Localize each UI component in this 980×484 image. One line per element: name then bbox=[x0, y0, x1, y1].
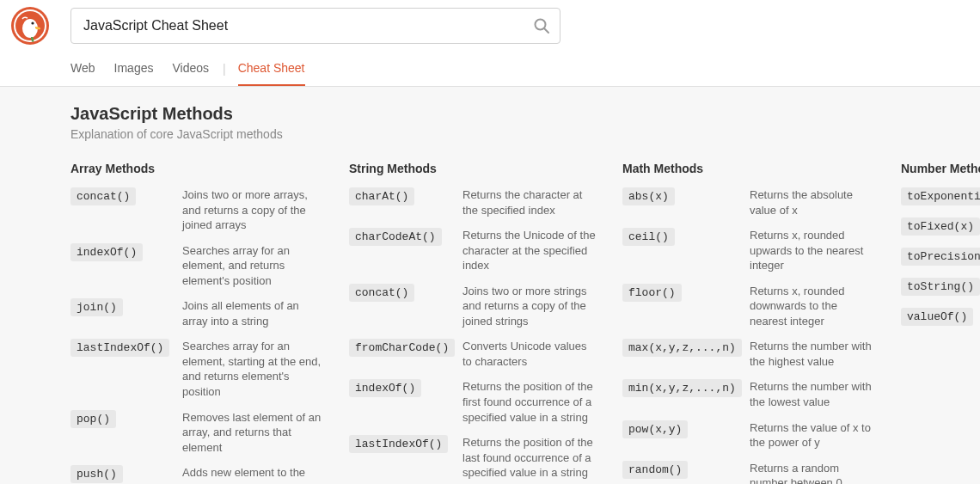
method-desc: Returns the number with the lowest value bbox=[750, 379, 877, 409]
method-row: indexOf()Searches array for an element, … bbox=[70, 243, 325, 289]
method-row: push()Adds new element to the end of an … bbox=[70, 465, 325, 484]
method-code: concat() bbox=[70, 187, 136, 205]
search-input[interactable] bbox=[70, 8, 560, 44]
method-code: push() bbox=[70, 465, 123, 483]
method-code: toString() bbox=[901, 278, 980, 296]
logo[interactable] bbox=[10, 6, 50, 46]
method-code: join() bbox=[70, 298, 123, 316]
method-code: pow(x,y) bbox=[622, 420, 688, 438]
method-code: lastIndexOf() bbox=[70, 339, 169, 357]
method-row: toExponential(x) bbox=[901, 187, 980, 207]
method-code: charAt() bbox=[349, 187, 414, 205]
method-row: abs(x)Returns the absolute value of x bbox=[622, 187, 877, 217]
method-desc: Returns the value of x to the power of y bbox=[750, 420, 877, 450]
column-1: String MethodscharAt()Returns the charac… bbox=[349, 162, 598, 484]
method-row: valueOf() bbox=[901, 308, 980, 328]
method-row: pow(x,y)Returns the value of x to the po… bbox=[622, 420, 877, 450]
tab-web[interactable]: Web bbox=[70, 52, 95, 86]
method-desc: Converts Unicode values to characters bbox=[462, 339, 598, 369]
method-desc: Returns x, rounded upwards to the neares… bbox=[750, 228, 877, 273]
method-row: charCodeAt()Returns the Unicode of the c… bbox=[349, 228, 598, 273]
header: Web Images Videos | Cheat Sheet bbox=[0, 0, 980, 87]
method-row: max(x,y,z,...,n)Returns the number with … bbox=[622, 339, 877, 369]
method-row: lastIndexOf()Returns the position of the… bbox=[349, 435, 598, 481]
method-row: pop()Removes last element of an array, a… bbox=[70, 410, 325, 456]
method-code: random() bbox=[622, 461, 688, 479]
method-code: fromCharCode() bbox=[349, 339, 455, 357]
method-row: random()Returns a random number between … bbox=[622, 461, 877, 484]
method-row: fromCharCode()Converts Unicode values to… bbox=[349, 339, 598, 369]
method-desc: Returns x, rounded downwards to the near… bbox=[750, 284, 877, 329]
method-code: concat() bbox=[349, 284, 414, 302]
method-row: lastIndexOf()Searches array for an eleme… bbox=[70, 339, 325, 399]
tab-cheat-sheet[interactable]: Cheat Sheet bbox=[238, 52, 305, 86]
method-code: indexOf() bbox=[349, 379, 421, 397]
method-code: floor() bbox=[622, 284, 682, 302]
method-code: toExponential(x) bbox=[901, 187, 980, 205]
tab-images[interactable]: Images bbox=[114, 52, 154, 86]
column-0: Array Methodsconcat()Joins two or more a… bbox=[70, 162, 325, 484]
method-code: lastIndexOf() bbox=[349, 435, 448, 453]
method-code: toFixed(x) bbox=[901, 217, 980, 236]
header-top bbox=[0, 0, 980, 46]
method-row: toPrecision(x) bbox=[901, 248, 980, 267]
search-icon bbox=[533, 17, 550, 34]
tab-separator: | bbox=[223, 62, 226, 77]
method-code: abs(x) bbox=[622, 187, 675, 205]
tab-videos[interactable]: Videos bbox=[172, 52, 209, 86]
method-desc: Returns the position of the last found o… bbox=[462, 435, 598, 481]
method-row: concat()Joins two or more strings and re… bbox=[349, 284, 598, 329]
method-desc: Searches array for an element, starting … bbox=[182, 339, 325, 399]
search-button[interactable] bbox=[524, 9, 559, 42]
svg-point-4 bbox=[31, 21, 34, 24]
search-box bbox=[70, 8, 560, 44]
column-2: Math Methodsabs(x)Returns the absolute v… bbox=[622, 162, 877, 484]
columns: Array Methodsconcat()Joins two or more a… bbox=[70, 162, 980, 484]
method-code: ceil() bbox=[622, 228, 675, 246]
method-row: ceil()Returns x, rounded upwards to the … bbox=[622, 228, 877, 273]
method-desc: Returns the number with the highest valu… bbox=[750, 339, 877, 369]
method-row: indexOf()Returns the position of the fir… bbox=[349, 379, 598, 425]
duck-logo-icon bbox=[10, 6, 50, 46]
section-title: Array Methods bbox=[70, 162, 325, 175]
method-code: valueOf() bbox=[901, 308, 973, 326]
method-row: join()Joins all elements of an array int… bbox=[70, 298, 325, 328]
section-title: Number Methods bbox=[901, 162, 980, 175]
method-desc: Returns the Unicode of the character at … bbox=[462, 228, 598, 273]
method-code: charCodeAt() bbox=[349, 228, 442, 246]
method-row: toString() bbox=[901, 278, 980, 297]
content: JavaScript Methods Explanation of core J… bbox=[0, 87, 980, 484]
method-desc: Joins two or more strings and returns a … bbox=[462, 284, 598, 329]
method-desc: Joins all elements of an array into a st… bbox=[182, 298, 325, 328]
page-subtitle: Explanation of core JavaScript methods bbox=[70, 127, 980, 141]
method-code: max(x,y,z,...,n) bbox=[622, 339, 742, 357]
method-row: toFixed(x) bbox=[901, 217, 980, 237]
method-desc: Removes last element of an array, and re… bbox=[182, 410, 325, 456]
method-desc: Returns the position of the first found … bbox=[462, 379, 598, 425]
tabs: Web Images Videos | Cheat Sheet bbox=[0, 52, 980, 86]
method-desc: Returns the character at the specified i… bbox=[462, 187, 598, 217]
method-code: toPrecision(x) bbox=[901, 248, 980, 266]
method-desc: Searches array for an element, and retur… bbox=[182, 243, 325, 289]
section-title: Math Methods bbox=[622, 162, 877, 175]
method-desc: Adds new element to the end of an array,… bbox=[182, 465, 325, 484]
page-title: JavaScript Methods bbox=[70, 104, 980, 124]
method-row: floor()Returns x, rounded downwards to t… bbox=[622, 284, 877, 329]
method-row: min(x,y,z,...,n)Returns the number with … bbox=[622, 379, 877, 409]
section-title: String Methods bbox=[349, 162, 598, 175]
method-row: charAt()Returns the character at the spe… bbox=[349, 187, 598, 217]
method-desc: Returns the absolute value of x bbox=[750, 187, 877, 217]
column-3: Number MethodstoExponential(x)toFixed(x)… bbox=[901, 162, 980, 338]
svg-line-6 bbox=[544, 28, 548, 33]
method-code: pop() bbox=[70, 410, 116, 428]
method-code: min(x,y,z,...,n) bbox=[622, 379, 742, 397]
method-row: concat()Joins two or more arrays, and re… bbox=[70, 187, 325, 233]
method-code: indexOf() bbox=[70, 243, 143, 261]
method-desc: Joins two or more arrays, and returns a … bbox=[182, 187, 325, 233]
method-desc: Returns a random number between 0 (inclu… bbox=[750, 461, 877, 484]
